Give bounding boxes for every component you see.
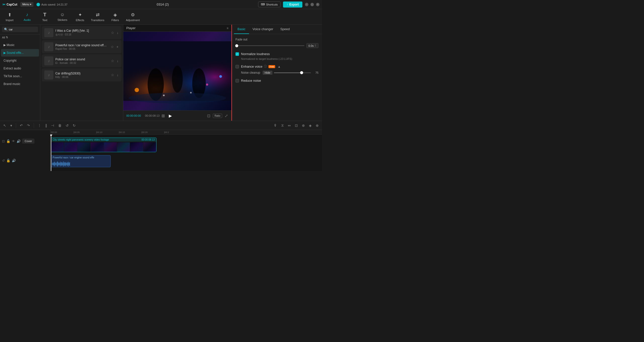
audio-track-lock-btn[interactable]: 🔓 xyxy=(6,159,10,162)
reduce-noise-checkbox[interactable] xyxy=(235,79,239,82)
link-button[interactable]: ⧖ xyxy=(280,122,285,128)
tool-audio[interactable]: ♪ Audio xyxy=(19,10,36,24)
duration-0: 03:16 xyxy=(65,33,71,36)
audio-label: Audio xyxy=(24,18,31,21)
fade-out-thumb[interactable] xyxy=(235,44,238,47)
shortcuts-button[interactable]: ⌨ Shortcuts xyxy=(258,2,280,7)
add-button-1[interactable]: + xyxy=(116,44,119,49)
player-menu-icon[interactable]: ≡ xyxy=(227,26,228,30)
top-right-controls: ⌨ Shortcuts ↑ Export − □ × xyxy=(258,2,319,8)
noise-slider[interactable] xyxy=(274,72,311,73)
audio-track-loop-btn[interactable]: ↺ xyxy=(2,159,5,162)
close-button[interactable]: × xyxy=(316,3,319,6)
tool-stickers[interactable]: ☺ Stickers xyxy=(54,10,71,24)
ratio-button[interactable]: Ratio xyxy=(213,114,222,118)
track-lock-btn[interactable]: 🔓 xyxy=(6,139,10,143)
free-badge: Free xyxy=(268,65,275,68)
enhance-expand-icon[interactable]: ▲ xyxy=(278,65,281,68)
artist-2: Ei · Itomaki xyxy=(55,62,68,64)
list-item[interactable]: ♪ Car drifting(52830) Killy · 00:06 ☆ ↓ xyxy=(42,68,122,81)
redo-button[interactable]: ↷ xyxy=(26,123,31,128)
split-audio-button[interactable]: ‖ xyxy=(44,123,48,128)
sidebar-item-sound-effects[interactable]: ▶ Sound effe... xyxy=(1,49,39,57)
zoom-in-button-2[interactable]: ⊕ xyxy=(314,123,320,128)
timeline-main: |00:00 |00:05 |00:10 |00:15 |00:20 |00:2… xyxy=(50,130,322,171)
play-button[interactable]: ▶ xyxy=(167,112,174,119)
favorite-button-3[interactable]: ☆ xyxy=(110,72,115,77)
noise-cleanup-section: Noise cleanup Hide 75 xyxy=(241,71,318,75)
list-item[interactable]: ♪ Powerful race / car engine sound effec… xyxy=(42,40,122,53)
trim-button[interactable]: ⊣ xyxy=(50,123,55,128)
delete-button[interactable]: 🗑 xyxy=(57,123,63,128)
copyright-label: Copyright xyxy=(4,59,16,62)
tab-basic[interactable]: Basic xyxy=(234,25,249,34)
tab-speed[interactable]: Speed xyxy=(277,25,293,34)
list-item[interactable]: ♪ I Was a Car (MR) [Ver. 1] 송지연 · 03:16 … xyxy=(42,26,122,39)
export-button[interactable]: ↑ Export xyxy=(283,2,302,8)
split-button[interactable]: ⋮ xyxy=(36,123,43,128)
download-button-0[interactable]: ↓ xyxy=(116,30,119,35)
track-visibility-btn[interactable]: 👁 xyxy=(12,139,15,143)
menu-button[interactable]: Menu ▾ xyxy=(20,2,34,7)
tool-effects[interactable]: ✦ Effects xyxy=(71,10,89,24)
select-arrow-button[interactable]: ▾ xyxy=(9,123,13,128)
sidebar-item-copyright[interactable]: Copyright xyxy=(1,57,39,64)
playhead-triangle xyxy=(50,135,52,137)
maximize-button[interactable]: □ xyxy=(310,3,314,6)
wf-bar xyxy=(67,162,68,166)
list-item[interactable]: ♪ Police car siren sound Ei · Itomaki · … xyxy=(42,54,122,67)
noise-hide-button[interactable]: Hide xyxy=(263,71,272,75)
rotate-left-button[interactable]: ↺ xyxy=(64,123,70,128)
tool-import[interactable]: ⬆ Import xyxy=(1,10,18,24)
download-button-3[interactable]: ↓ xyxy=(116,72,119,77)
minimize-button[interactable]: − xyxy=(305,3,308,6)
audio-track-volume-btn[interactable]: 🔊 xyxy=(12,159,16,162)
sidebar-item-tiktok[interactable]: TikTok soun... xyxy=(1,72,39,80)
favorite-button-0[interactable]: ☆ xyxy=(110,30,115,35)
search-input[interactable] xyxy=(9,28,44,31)
audio-icon: ♪ xyxy=(26,12,28,17)
clip-button[interactable]: ◈ xyxy=(308,123,313,128)
wf-bar xyxy=(52,163,53,165)
tab-voice-changer[interactable]: Voice changer xyxy=(249,25,277,34)
download-button-2[interactable]: ↓ xyxy=(116,58,119,63)
fullscreen-button[interactable]: ⤢ xyxy=(224,113,228,119)
tool-adjustment[interactable]: ⚙ Adjustment xyxy=(124,10,141,24)
zoom-in-button[interactable]: ⊕ xyxy=(301,123,306,128)
tool-filters[interactable]: ◈ Filters xyxy=(107,10,124,24)
time-total: 00:00:08:13 xyxy=(145,114,159,117)
fade-out-stepper[interactable]: ⇕ xyxy=(314,44,316,47)
select-tool-button[interactable]: ↖ xyxy=(2,123,8,128)
align-button[interactable]: ⇔ xyxy=(287,123,292,128)
cover-button[interactable]: Cover xyxy=(22,139,34,144)
normalize-checkbox[interactable]: ✓ xyxy=(235,52,239,56)
video-track[interactable]: City streets night panoramic scenery vid… xyxy=(51,138,156,152)
sidebar-item-brand-music[interactable]: Brand music xyxy=(1,80,39,88)
audio-track[interactable]: Powerful race / car engine sound effe xyxy=(51,155,111,167)
effects-icon: ✦ xyxy=(78,12,82,18)
favorite-button-1[interactable]: ☆ xyxy=(110,44,114,49)
wf-bar xyxy=(56,163,56,165)
playhead[interactable] xyxy=(51,135,51,171)
tiktok-label: TikTok soun... xyxy=(4,74,22,78)
favorite-button-2[interactable]: ☆ xyxy=(110,58,115,63)
logo-icon: ✂ xyxy=(3,3,6,7)
caption-button[interactable]: ⊡ xyxy=(294,123,299,128)
rotate-right-button[interactable]: ↻ xyxy=(71,123,77,128)
fade-out-slider[interactable] xyxy=(235,45,304,46)
enhance-checkbox[interactable] xyxy=(235,65,239,68)
noise-thumb[interactable] xyxy=(300,71,303,74)
track-thumbnail-btn[interactable]: ⊡ xyxy=(2,139,5,143)
wf-bar xyxy=(58,163,59,165)
record-button[interactable]: 🎙 xyxy=(272,123,278,128)
sidebar-item-music[interactable]: ▶ Music xyxy=(1,41,39,49)
search-box[interactable]: 🔍 ✕ xyxy=(2,27,38,32)
tool-transitions[interactable]: ⇄ Transitions xyxy=(89,10,106,24)
toolbar-divider-1 xyxy=(16,123,16,128)
track-audio-btn[interactable]: 🔊 xyxy=(17,139,21,143)
undo-button[interactable]: ↶ xyxy=(19,123,24,128)
screenshot-button[interactable]: ⊡ xyxy=(207,113,211,119)
tool-text[interactable]: T Text xyxy=(36,10,53,24)
all-filter-button[interactable]: All ⇅ xyxy=(2,36,8,39)
sidebar-item-extract-audio[interactable]: Extract audio xyxy=(1,65,39,72)
